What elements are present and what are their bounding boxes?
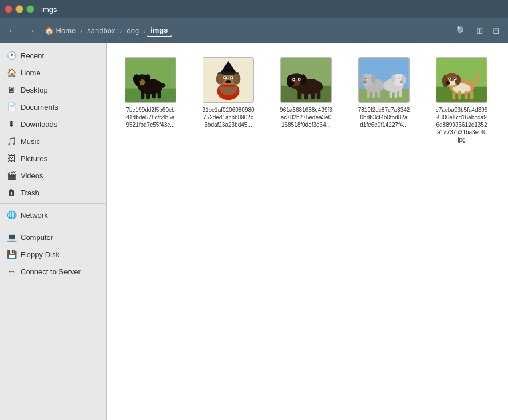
titlebar: imgs (0, 0, 508, 18)
svg-point-26 (231, 77, 232, 79)
file-thumbnail (358, 57, 410, 103)
sidebar: 🕐 Recent 🏠 Home 🖥 Desktop 📄 Documents ⬇ … (0, 43, 107, 420)
sidebar-item-network[interactable]: 🌐 Network (0, 206, 106, 223)
file-item[interactable]: 7819f2dc87c7a33420bdb3cf4b0fbd82ad1fe6e0… (350, 53, 418, 148)
breadcrumb: 🏠 Home › sandbox › dog › imgs (41, 24, 450, 37)
breadcrumb-home[interactable]: 🏠 Home (41, 25, 79, 37)
file-item[interactable]: 31bc1af0206080980752ded1acbb8902c3bdaf23… (194, 53, 263, 148)
svg-rect-10 (141, 91, 144, 99)
main-area: 🕐 Recent 🏠 Home 🖥 Desktop 📄 Documents ⬇ … (0, 43, 508, 420)
svg-point-6 (145, 74, 150, 82)
file-thumbnail (280, 57, 332, 103)
desktop-icon: 🖥 (7, 85, 16, 94)
svg-point-52 (366, 78, 367, 79)
computer-icon: 💻 (7, 233, 16, 242)
svg-point-27 (225, 80, 231, 83)
sidebar-item-desktop[interactable]: 🖥 Desktop (0, 81, 106, 98)
search-button[interactable]: 🔍 (453, 23, 470, 38)
sidebar-item-recent[interactable]: 🕐 Recent (0, 47, 106, 64)
forward-button[interactable]: → (23, 23, 39, 38)
svg-rect-41 (297, 91, 301, 100)
svg-point-21 (216, 73, 224, 85)
svg-rect-54 (367, 90, 370, 98)
toolbar: ← → 🏠 Home › sandbox › dog › imgs 🔍 ⊞ ⊟ (0, 18, 508, 43)
sidebar-item-computer[interactable]: 💻 Computer (0, 229, 106, 246)
recent-icon: 🕐 (7, 51, 16, 60)
floppy-icon: 💾 (7, 250, 16, 259)
svg-rect-65 (395, 90, 398, 98)
sidebar-label-pictures: Pictures (21, 154, 47, 163)
svg-point-60 (391, 75, 396, 83)
sidebar-label-desktop: Desktop (21, 86, 48, 94)
back-button[interactable]: ← (5, 23, 21, 38)
maximize-button[interactable] (26, 5, 34, 13)
sidebar-label-computer: Computer (21, 233, 53, 242)
file-name: 7819f2dc87c7a33420bdb3cf4b0fbd82ad1fe6e0… (358, 106, 410, 129)
file-item[interactable]: 961a6681658e499f3ac782b275edea3e0168518f… (272, 53, 340, 148)
svg-point-25 (224, 77, 226, 79)
minimize-button[interactable] (15, 5, 23, 13)
svg-rect-13 (158, 91, 161, 99)
sidebar-item-downloads[interactable]: ⬇ Downloads (0, 115, 106, 133)
svg-rect-42 (304, 91, 308, 100)
sidebar-item-floppy[interactable]: 💾 Floppy Disk (0, 246, 106, 263)
breadcrumb-sandbox[interactable]: sandbox (84, 25, 118, 37)
svg-rect-55 (372, 90, 375, 98)
sidebar-places: 🕐 Recent 🏠 Home 🖥 Desktop 📄 Documents ⬇ … (0, 47, 106, 280)
window-title: imgs (41, 5, 57, 14)
sidebar-item-home[interactable]: 🏠 Home (0, 64, 106, 81)
videos-icon: 🎬 (7, 171, 16, 180)
svg-rect-83 (465, 91, 468, 99)
sidebar-item-trash[interactable]: 🗑 Trash (0, 184, 106, 201)
sidebar-divider-1 (0, 203, 106, 204)
svg-rect-82 (458, 91, 461, 100)
sidebar-label-trash: Trash (21, 189, 39, 197)
svg-point-40 (290, 82, 295, 85)
sidebar-item-videos[interactable]: 🎬 Videos (0, 167, 106, 184)
sidebar-label-floppy: Floppy Disk (21, 250, 59, 259)
sidebar-label-recent: Recent (21, 51, 44, 60)
view-grid-button[interactable]: ⊟ (489, 23, 503, 38)
music-icon: 🎵 (7, 137, 16, 146)
svg-rect-43 (311, 91, 315, 99)
sidebar-item-pictures[interactable]: 🖼 Pictures (0, 150, 106, 167)
svg-rect-56 (377, 90, 380, 98)
sidebar-divider-2 (0, 226, 106, 226)
close-button[interactable] (5, 5, 13, 13)
file-name: c7acba93b5fa4d3994306e8cd16abbca96d88993… (436, 106, 488, 143)
file-thumbnail (125, 57, 176, 103)
pictures-icon: 🖼 (7, 154, 16, 163)
svg-rect-28 (221, 85, 235, 87)
sidebar-item-documents[interactable]: 📄 Documents (0, 98, 106, 115)
breadcrumb-dog[interactable]: dog (123, 25, 142, 37)
sidebar-item-music[interactable]: 🎵 Music (0, 133, 106, 150)
network-icon: 🌐 (7, 210, 16, 219)
svg-point-63 (400, 81, 403, 83)
trash-icon: 🗑 (7, 188, 16, 197)
file-name: 961a6681658e499f3ac782b275edea3e0168518f… (280, 106, 332, 129)
view-split-button[interactable]: ⊞ (473, 23, 487, 38)
sidebar-item-connect[interactable]: ↔ Connect to Server (0, 263, 106, 280)
sidebar-label-connect: Connect to Server (21, 267, 81, 276)
file-name: 31bc1af0206080980752ded1acbb8902c3bdaf23… (202, 106, 254, 129)
svg-point-80 (446, 81, 450, 85)
sidebar-label-network: Network (21, 211, 48, 219)
sidebar-label-downloads: Downloads (21, 120, 57, 129)
svg-point-38 (293, 79, 294, 80)
sidebar-label-home: Home (21, 69, 41, 77)
file-thumbnail (436, 57, 487, 103)
file-item[interactable]: 7bc199dd2f5b60cb41dbde578cfc4b5a9521fba7… (116, 53, 185, 148)
svg-rect-11 (146, 91, 150, 99)
svg-point-34 (300, 74, 307, 86)
svg-point-79 (454, 78, 456, 80)
file-grid: 7bc199dd2f5b60cb41dbde578cfc4b5a9521fba7… (116, 53, 499, 148)
svg-point-22 (233, 73, 241, 85)
connect-icon: ↔ (7, 267, 16, 276)
breadcrumb-imgs[interactable]: imgs (147, 24, 171, 37)
svg-point-9 (136, 82, 140, 85)
svg-point-78 (449, 78, 450, 80)
svg-point-62 (399, 78, 400, 79)
file-content: 7bc199dd2f5b60cb41dbde578cfc4b5a9521fba7… (107, 43, 508, 420)
file-item[interactable]: c7acba93b5fa4d3994306e8cd16abbca96d88993… (427, 53, 496, 148)
sidebar-label-videos: Videos (21, 171, 43, 180)
